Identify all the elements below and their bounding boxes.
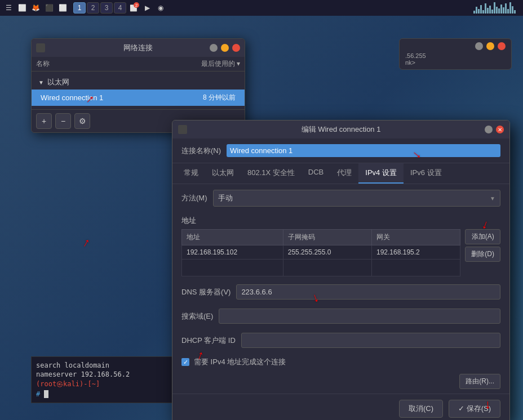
- small-window-ctrl-2[interactable]: [486, 42, 494, 50]
- tab-ipv4[interactable]: IPv4 设置: [358, 163, 404, 184]
- taskbar-terminal-icon[interactable]: ▶: [141, 2, 153, 14]
- network-window-close[interactable]: [232, 44, 240, 52]
- arrow-2: ↑: [80, 235, 93, 251]
- edit-dialog-minimize[interactable]: [485, 126, 493, 133]
- ethernet-section: ▼ 以太网 Wired connection 1 8 分钟以前: [32, 72, 245, 109]
- empty-cell-3: [372, 260, 460, 276]
- method-row: 方法(M) 手动 ▼: [172, 184, 509, 212]
- empty-cell-2: [283, 260, 371, 276]
- method-select-arrow: ▼: [490, 195, 495, 202]
- delete-address-button[interactable]: 删除(D): [465, 247, 500, 262]
- connection-time: 8 分钟以前: [203, 93, 236, 102]
- edit-connection-dialog: 编辑 Wired connection 1 ✕ 连接名称(N) 常规 以太网 8…: [172, 120, 510, 420]
- ethernet-label: 以太网: [47, 77, 69, 87]
- empty-cell-1: [182, 260, 283, 276]
- tab-ethernet[interactable]: 以太网: [205, 163, 241, 184]
- edit-dialog-title: 编辑 Wired connection 1: [302, 124, 381, 135]
- col-header-gateway: 网关: [372, 230, 460, 245]
- ipv4-required-label: 需要 IPv4 地址完成这个连接: [194, 357, 286, 367]
- terminal-prompt-char: #: [36, 390, 40, 398]
- taskbar-left: ☰ ⬜ 🦊 ⬛ ⬜ 1 2 3 4 ⬜ 2 ▶ ◉: [0, 2, 169, 14]
- cancel-button[interactable]: 取消(C): [399, 400, 443, 418]
- save-button[interactable]: ✓ 保存(S): [449, 400, 500, 418]
- connection-name-row: 连接名称(N): [172, 138, 509, 163]
- dhcp-input[interactable]: [241, 333, 500, 348]
- toolbar-name-label: 名称: [36, 59, 50, 69]
- network-window-minimize[interactable]: [210, 44, 218, 52]
- checkbox-row: ✓ 需要 IPv4 地址完成这个连接: [172, 352, 509, 372]
- small-window-ctrl-1[interactable]: [475, 42, 483, 50]
- network-activity-chart: [473, 2, 518, 14]
- method-label: 方法(M): [181, 193, 207, 203]
- search-domain-input[interactable]: [219, 309, 500, 324]
- edit-dialog-close[interactable]: ✕: [496, 126, 504, 133]
- address-row-empty: [182, 260, 460, 276]
- toolbar-sort-button[interactable]: 最后使用的 ▾: [201, 59, 240, 69]
- section-expand-arrow: ▼: [38, 79, 44, 86]
- taskbar-app-icon-1[interactable]: ☰: [2, 2, 15, 14]
- tab-dcb[interactable]: DCB: [302, 163, 330, 184]
- settings-button[interactable]: ⚙: [74, 113, 90, 129]
- workspace-1-button[interactable]: 1: [73, 2, 86, 14]
- small-window-ctrl-3[interactable]: [498, 42, 506, 50]
- method-select[interactable]: 手动 ▼: [213, 190, 501, 207]
- network-window-icon: [36, 43, 45, 52]
- connection-name-input[interactable]: [227, 144, 500, 157]
- address-section: 地址 地址 子网掩码 网关 192.168.195: [172, 212, 509, 280]
- col-header-address: 地址: [182, 230, 283, 245]
- search-domain-label: 搜索域(E): [181, 311, 213, 321]
- tab-802-1x[interactable]: 802.1X 安全性: [241, 163, 302, 184]
- taskbar-extra-icon[interactable]: ◉: [154, 2, 167, 14]
- dialog-footer: 取消(C) ✓ 保存(S): [172, 394, 509, 420]
- connection-name: Wired connection 1: [41, 93, 103, 102]
- connection-name-label: 连接名称(N): [181, 146, 221, 156]
- taskbar-app-icon-3[interactable]: 🦊: [29, 2, 42, 14]
- dhcp-row: DHCP 客户端 ID: [172, 328, 509, 352]
- remove-connection-button[interactable]: −: [55, 113, 71, 129]
- terminal-cursor: [44, 390, 48, 398]
- dns-input[interactable]: [236, 284, 500, 300]
- workspace-switcher: 1 2 3 4: [73, 2, 126, 14]
- route-button[interactable]: 路由(R)...: [459, 374, 500, 389]
- ipv4-required-checkbox[interactable]: ✓: [181, 358, 189, 366]
- address-cell-subnet: 255.255.255.0: [283, 245, 371, 260]
- dns-label: DNS 服务器(V): [181, 287, 231, 297]
- address-row-container: 地址 子网掩码 网关 192.168.195.102 255.255.255.0…: [181, 229, 500, 276]
- address-row-1[interactable]: 192.168.195.102 255.255.255.0 192.168.19…: [182, 245, 460, 260]
- workspace-3-button[interactable]: 3: [100, 2, 113, 14]
- edit-dialog-controls: ✕: [485, 126, 504, 133]
- add-connection-button[interactable]: +: [36, 113, 52, 129]
- network-connections-window: 网络连接 名称 最后使用的 ▾ ▼ 以太网 Wired connection 1…: [31, 38, 245, 133]
- address-cell-gateway: 192.168.195.2: [372, 245, 460, 260]
- workspace-4-button[interactable]: 4: [114, 2, 126, 14]
- terminal-prompt: (root㉿kali)-[~]: [36, 380, 100, 388]
- taskbar: ☰ ⬜ 🦊 ⬛ ⬜ 1 2 3 4 ⬜ 2 ▶ ◉: [0, 0, 523, 16]
- add-address-button[interactable]: 添加(A): [465, 229, 500, 244]
- wired-connection-item[interactable]: Wired connection 1 8 分钟以前: [32, 90, 245, 106]
- network-window-maximize[interactable]: [221, 44, 229, 52]
- network-window-controls: [210, 44, 240, 52]
- network-window-titlebar: 网络连接: [32, 39, 245, 57]
- edit-dialog-titlebar: 编辑 Wired connection 1 ✕: [172, 120, 509, 138]
- dhcp-label: DHCP 客户端 ID: [181, 336, 236, 346]
- tab-ipv6[interactable]: IPv6 设置: [404, 163, 449, 184]
- address-cell-ip: 192.168.195.102: [182, 245, 283, 260]
- network-window-title: 网络连接: [123, 43, 153, 53]
- search-domain-row: 搜索域(E): [172, 304, 509, 328]
- taskbar-app-icon-5[interactable]: ⬜: [56, 2, 69, 14]
- address-table: 地址 子网掩码 网关 192.168.195.102 255.255.255.0…: [181, 229, 460, 276]
- small-window-text-2: nk>: [405, 59, 506, 66]
- workspace-2-button[interactable]: 2: [87, 2, 99, 14]
- taskbar-badge-icon[interactable]: ⬜ 2: [127, 2, 140, 14]
- tab-general[interactable]: 常规: [177, 163, 205, 184]
- address-section-title: 地址: [181, 216, 500, 226]
- method-value: 手动: [218, 193, 233, 203]
- tab-proxy[interactable]: 代理: [330, 163, 358, 184]
- address-table-wrapper: 地址 子网掩码 网关 192.168.195.102 255.255.255.0…: [181, 229, 460, 276]
- edit-dialog-icon: [178, 125, 187, 134]
- small-window-text-1: .56.255: [405, 52, 506, 59]
- desktop: .56.255 nk> 网络连接 名称 最后使用的 ▾ ▼ 以太网 Wired …: [0, 16, 523, 420]
- taskbar-app-icon-4[interactable]: ⬛: [43, 2, 55, 14]
- address-actions: 添加(A) 删除(D): [460, 229, 500, 262]
- taskbar-app-icon-2[interactable]: ⬜: [16, 2, 28, 14]
